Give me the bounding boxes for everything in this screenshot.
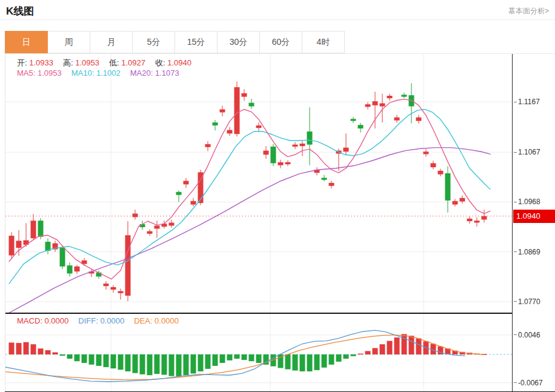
price-tick-1.1067: 1.1067 xyxy=(514,147,540,157)
period-tab-4时[interactable]: 4时 xyxy=(302,31,345,53)
candlestick-chart[interactable] xyxy=(5,54,513,313)
price-axis: 1.11671.10671.09681.08691.07700.0046-0.0… xyxy=(512,54,555,391)
page-header: K线图 基本面分析> xyxy=(0,0,555,19)
price-tick-1.0869: 1.0869 xyxy=(514,247,540,257)
period-tab-5分[interactable]: 5分 xyxy=(133,31,175,53)
period-tab-15分[interactable]: 15分 xyxy=(175,31,218,53)
period-tab-30分[interactable]: 30分 xyxy=(218,31,260,53)
period-tab-周[interactable]: 周 xyxy=(48,31,90,53)
chart-plot-area[interactable]: 开: 1.0933高: 1.0953低: 1.0927收: 1.0940 MA5… xyxy=(5,54,513,391)
period-tab-日[interactable]: 日 xyxy=(5,31,48,53)
macd-tick-0.0046: 0.0046 xyxy=(514,330,540,340)
current-price-tag: 1.0940 xyxy=(513,210,555,223)
page-title: K线图 xyxy=(6,4,34,18)
fundamental-analysis-link[interactable]: 基本面分析> xyxy=(508,6,549,16)
price-tick-1.0968: 1.0968 xyxy=(514,197,540,207)
period-tabs: 日周月5分15分30分60分4时 xyxy=(5,31,555,53)
macd-tick--0.0067: -0.0067 xyxy=(514,378,543,388)
price-tick-1.1167: 1.1167 xyxy=(514,97,540,107)
macd-chart[interactable] xyxy=(5,314,513,391)
chart-region: 开: 1.0933高: 1.0953低: 1.0927收: 1.0940 MA5… xyxy=(5,53,555,392)
price-tick-1.0770: 1.0770 xyxy=(514,297,540,307)
header-divider xyxy=(0,19,555,20)
period-tab-月[interactable]: 月 xyxy=(90,31,133,53)
period-tab-60分[interactable]: 60分 xyxy=(260,31,302,53)
